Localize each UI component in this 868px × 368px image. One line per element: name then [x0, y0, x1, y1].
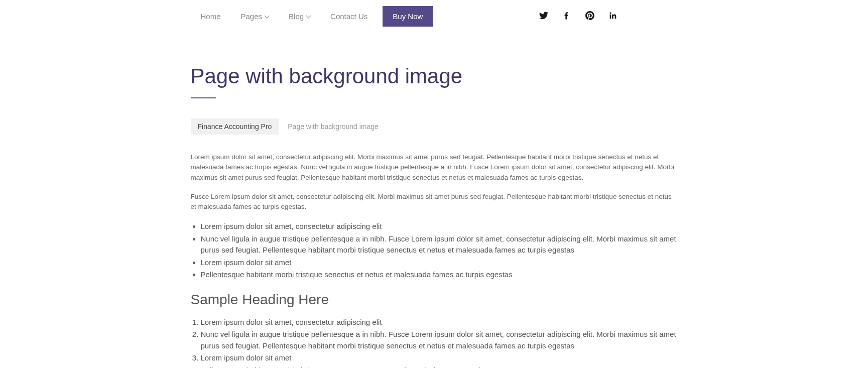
nav-blog-label: Blog	[289, 12, 304, 21]
nav-contact[interactable]: Contact Us	[320, 7, 378, 26]
bullet-list: Lorem ipsum dolor sit amet, consectetur …	[191, 221, 678, 281]
breadcrumb-current: Page with background image	[281, 118, 386, 135]
list-item: Lorem ipsum dolor sit amet	[201, 257, 678, 269]
facebook-icon[interactable]	[562, 11, 571, 22]
chevron-down-icon	[306, 13, 311, 18]
nav-pages-label: Pages	[241, 12, 263, 21]
buy-now-button[interactable]: Buy Now	[383, 6, 433, 27]
list-item: Nunc vel ligula in augue tristique pelle…	[201, 233, 678, 256]
page-content: Lorem ipsum dolor sit amet, consectetur …	[191, 152, 678, 368]
list-item: Pellentesque habitant morbi tristique se…	[201, 365, 678, 368]
list-item: Nunc vel ligula in augue tristique pelle…	[201, 329, 678, 351]
pinterest-icon[interactable]	[585, 11, 594, 22]
list-item: Pellentesque habitant morbi tristique se…	[201, 269, 678, 281]
breadcrumb: Finance Accounting Pro Page with backgro…	[191, 118, 678, 135]
list-item: Lorem ipsum dolor sit amet, consectetur …	[201, 221, 678, 232]
twitter-icon[interactable]	[539, 11, 548, 22]
social-links	[539, 11, 617, 22]
nav-home[interactable]: Home	[191, 7, 231, 26]
main-nav: Home Pages Blog Contact Us Buy Now	[191, 6, 433, 27]
list-item: Lorem ipsum dolor sit amet	[201, 352, 678, 364]
top-bar: Home Pages Blog Contact Us Buy Now	[191, 0, 678, 37]
title-underline	[191, 97, 216, 98]
breadcrumb-home-link[interactable]: Finance Accounting Pro	[191, 118, 279, 135]
section-heading: Sample Heading Here	[191, 292, 678, 308]
linkedin-icon[interactable]	[608, 11, 617, 22]
chevron-down-icon	[265, 13, 270, 18]
paragraph: Lorem ipsum dolor sit amet, consectetur …	[191, 152, 678, 183]
nav-pages[interactable]: Pages	[231, 7, 279, 26]
nav-blog[interactable]: Blog	[279, 7, 320, 26]
paragraph: Fusce Lorem ipsum dolor sit amet, consec…	[191, 192, 678, 212]
numbered-list: Lorem ipsum dolor sit amet, consectetur …	[191, 317, 678, 368]
list-item: Lorem ipsum dolor sit amet, consectetur …	[201, 317, 678, 328]
page-title: Page with background image	[191, 64, 678, 88]
